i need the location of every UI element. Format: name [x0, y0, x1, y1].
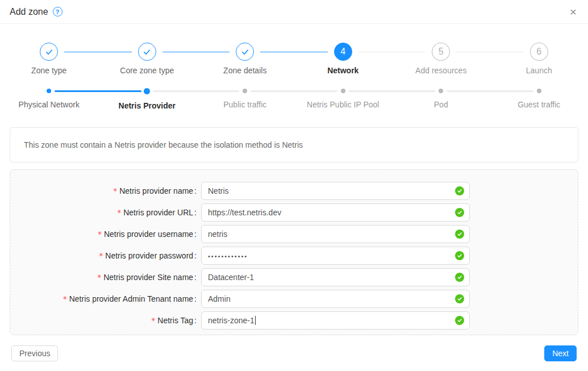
- netris-provider-form: *Netris provider name: Netris *Netris pr…: [10, 169, 578, 335]
- substep-title: Netris Public IP Pool: [294, 100, 393, 109]
- netris-provider-admin-tenant-name-input[interactable]: Admin: [201, 290, 470, 308]
- step-core-zone-type: Core zone type: [98, 43, 197, 75]
- step-check-icon: [236, 43, 254, 61]
- required-asterisk: *: [117, 208, 121, 217]
- form-row: *Netris Tag: netris-zone-1: [10, 311, 578, 330]
- step-dot-icon: [47, 89, 51, 93]
- substep-title: Pod: [392, 100, 490, 109]
- required-asterisk: *: [98, 230, 102, 239]
- dialog-footer: Previous Next: [11, 345, 577, 361]
- netris-provider-site-name-input[interactable]: Datacenter-1: [201, 268, 470, 286]
- required-asterisk: *: [113, 186, 117, 195]
- netris-provider-username-input[interactable]: netris: [201, 225, 470, 243]
- field-label: *Netris Tag:: [10, 311, 201, 330]
- substep-netris-provider: Netris Provider: [98, 89, 197, 110]
- step-title: Core zone type: [98, 66, 197, 75]
- form-row: *Netris provider name: Netris: [10, 182, 578, 200]
- step-network: 4 Network: [294, 43, 393, 75]
- wizard-steps: Zone type Core zone type Zone details 4 …: [0, 43, 588, 75]
- step-dot-icon: [144, 88, 150, 94]
- form-row: *Netris provider password: ••••••••••••: [10, 247, 578, 265]
- step-dot-icon: [341, 89, 345, 93]
- dialog-header: Add zone ? ×: [0, 0, 588, 24]
- field-label: *Netris provider Admin Tenant name:: [10, 290, 201, 308]
- valid-check-icon: [455, 294, 464, 303]
- substep-netris-public-ip-pool: Netris Public IP Pool: [294, 89, 393, 110]
- valid-check-icon: [455, 273, 464, 282]
- step-title: Zone type: [0, 66, 98, 75]
- network-substeps: Physical Network Netris Provider Public …: [0, 89, 588, 110]
- step-title: Zone details: [196, 66, 294, 75]
- required-asterisk: *: [97, 273, 101, 282]
- step-number-icon: 6: [530, 43, 548, 61]
- substep-title: Guest traffic: [490, 100, 588, 109]
- form-row: *Netris provider Site name: Datacenter-1: [10, 268, 578, 286]
- step-zone-details: Zone details: [196, 43, 294, 75]
- required-asterisk: *: [99, 251, 103, 260]
- valid-check-icon: [455, 230, 464, 239]
- substep-title: Netris Provider: [98, 101, 197, 110]
- step-dot-icon: [243, 89, 247, 93]
- required-asterisk: *: [151, 316, 155, 325]
- step-dot-icon: [537, 89, 541, 93]
- step-number-icon: 4: [334, 43, 352, 61]
- text-cursor: [255, 316, 256, 325]
- step-title: Launch: [490, 66, 588, 75]
- substep-pod: Pod: [392, 89, 490, 110]
- dialog-title: Add zone: [10, 7, 48, 17]
- netris-tag-input[interactable]: netris-zone-1: [201, 311, 470, 330]
- valid-check-icon: [455, 251, 464, 260]
- step-check-icon: [138, 43, 156, 61]
- next-button[interactable]: Next: [544, 345, 577, 361]
- valid-check-icon: [455, 208, 464, 217]
- valid-check-icon: [455, 186, 464, 195]
- substep-title: Public traffic: [196, 100, 294, 109]
- netris-provider-url-input[interactable]: https://test.netris.dev: [201, 203, 470, 222]
- isolation-notice: This zone must contain a Netris provider…: [10, 127, 578, 162]
- required-asterisk: *: [63, 294, 67, 303]
- field-label: *Netris provider URL:: [10, 203, 201, 222]
- field-label: *Netris provider username:: [10, 225, 201, 243]
- step-title: Network: [294, 66, 393, 75]
- substep-guest-traffic: Guest traffic: [490, 89, 588, 110]
- substep-physical-network: Physical Network: [0, 89, 98, 110]
- form-row: *Netris provider Admin Tenant name: Admi…: [10, 290, 578, 308]
- form-row: *Netris provider username: netris: [10, 225, 578, 243]
- field-label: *Netris provider password:: [10, 247, 201, 265]
- step-check-icon: [40, 43, 58, 61]
- close-icon[interactable]: ×: [566, 5, 580, 19]
- form-row: *Netris provider URL: https://test.netri…: [10, 203, 578, 222]
- step-dot-icon: [439, 89, 443, 93]
- substep-public-traffic: Public traffic: [196, 89, 294, 110]
- step-launch: 6 Launch: [490, 43, 588, 75]
- previous-button[interactable]: Previous: [11, 345, 58, 361]
- step-title: Add resources: [392, 66, 490, 75]
- step-number-icon: 5: [432, 43, 450, 61]
- field-label: *Netris provider Site name:: [10, 268, 201, 286]
- substep-title: Physical Network: [0, 100, 98, 109]
- netris-provider-name-input[interactable]: Netris: [201, 182, 470, 200]
- valid-check-icon: [455, 316, 464, 325]
- help-icon[interactable]: ?: [53, 7, 62, 16]
- step-add-resources: 5 Add resources: [392, 43, 490, 75]
- step-zone-type: Zone type: [0, 43, 98, 75]
- field-label: *Netris provider name:: [10, 182, 201, 200]
- netris-provider-password-input[interactable]: ••••••••••••: [201, 247, 470, 265]
